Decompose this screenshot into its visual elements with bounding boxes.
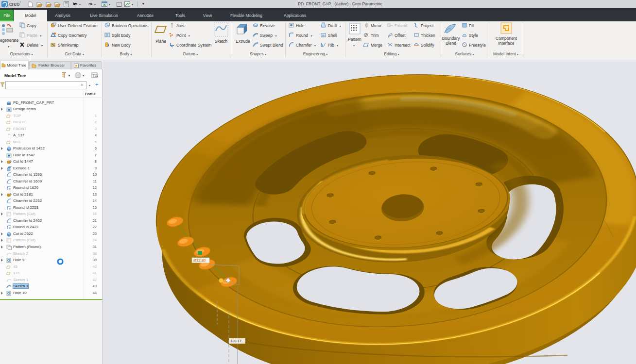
svg-text:Ø12.80: Ø12.80 — [193, 258, 206, 263]
svg-text:133.17: 133.17 — [230, 339, 241, 343]
